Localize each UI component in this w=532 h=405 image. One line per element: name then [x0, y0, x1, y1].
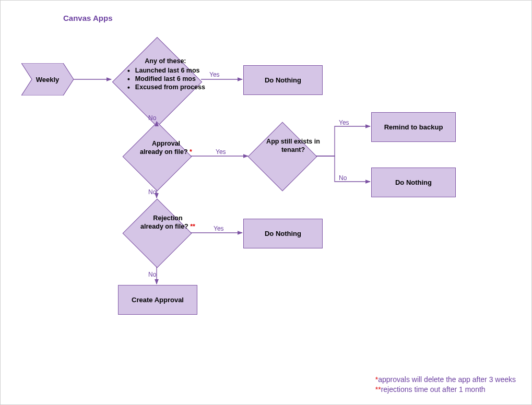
label-d4-yes: Yes [339, 119, 349, 126]
d2-line2: already on file? [140, 148, 190, 156]
d1-item-1: Modified last 6 mos [135, 75, 205, 83]
label-d2-yes: Yes [216, 148, 226, 156]
page-title: Canvas Apps [63, 14, 112, 22]
label-d1-yes: Yes [209, 71, 220, 78]
process-do-nothing-3: Do Nothing [371, 168, 456, 197]
d1-item-0: Launched last 6 mos [135, 66, 205, 75]
p3-label: Do Nothing [395, 178, 432, 186]
label-d4-no: No [339, 174, 347, 182]
process-do-nothing-1: Do Nothing [243, 65, 323, 95]
start-label: Weekly [21, 63, 74, 96]
footnote2-text: rejections time out after 1 month [381, 385, 486, 394]
connectors [1, 1, 532, 405]
footnotes: *approvals will delete the app after 3 w… [375, 375, 516, 395]
d3-line2: already on file? [140, 223, 190, 230]
process-do-nothing-4: Do Nothing [243, 219, 323, 248]
process-remind-backup: Remind to backup [371, 112, 456, 142]
d2-line1: Approval [152, 139, 180, 148]
p2-label: Remind to backup [384, 123, 443, 131]
d1-heading: Any of these: [145, 56, 186, 65]
p1-label: Do Nothing [265, 76, 301, 84]
start-node-weekly: Weekly [21, 63, 74, 96]
decision-any-of-these: Any of these: Launched last 6 mos Modifi… [112, 37, 203, 127]
label-d3-no: No [148, 271, 156, 278]
d3-line1: Rejection [153, 214, 182, 222]
flowchart-canvas: Canvas Apps Weekly Any of these: Launche… [0, 0, 532, 405]
decision-approval-on-file: Approval already on file? * [123, 122, 192, 192]
d3-marker: ** [190, 223, 195, 230]
d1-list: Launched last 6 mos Modified last 6 mos … [126, 66, 205, 92]
footnote1-text: approvals will delete the app after 3 we… [378, 375, 516, 384]
d2-marker: * [190, 148, 192, 156]
p5-label: Create Approval [132, 296, 184, 304]
label-d2-no: No [148, 188, 156, 196]
p4-label: Do Nothing [265, 230, 301, 237]
decision-app-exists: App still exists in tenant? [248, 122, 317, 192]
decision-rejection-on-file: Rejection already on file? ** [123, 199, 192, 268]
label-d3-yes: Yes [214, 225, 224, 232]
d4-line1: App still exists in tenant? [254, 137, 333, 154]
process-create-approval: Create Approval [118, 285, 197, 315]
d1-item-2: Excused from process [135, 83, 205, 91]
label-d1-no: No [148, 114, 156, 122]
footnote2-marker: ** [375, 385, 381, 394]
